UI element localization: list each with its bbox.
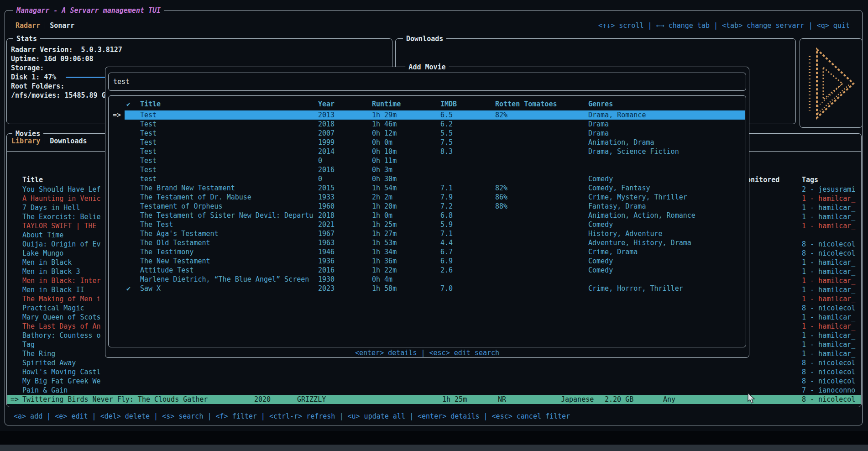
add-movie-result-row[interactable]: The Testament of Sister New Devil: Depar… [109,211,745,220]
movie-runtime: 0h 11m [372,156,440,165]
movie-tag: 8 - nicolecol [802,367,860,377]
movie-search-input[interactable]: test [108,73,746,91]
monitored-check [126,156,140,165]
selection-marker [113,174,126,184]
movie-genres: Crime, Mystery, Thriller [588,193,745,202]
movie-tag: 1 - hamilcar_ [802,258,860,267]
movie-genres: Comedy, Fantasy [588,184,745,193]
tab-radarr[interactable]: Radarr [16,21,40,30]
rotten-tomatoes-rating [495,147,588,156]
add-movie-result-row[interactable]: Test20160h 3m [109,165,745,174]
add-movie-result-row[interactable]: ✔Saw X20231h 58m7.0Crime, Horror, Thrill… [109,284,745,293]
add-movie-result-row[interactable]: The Testament of Dr. Mabuse19332h 2m7.98… [109,193,745,202]
header-imdb: IMDB [440,100,495,109]
movie-year: 2016 [318,266,372,275]
stats-disk-label: Disk 1: 47% [11,73,56,82]
movie-tag: 7 - ianoconno [802,386,860,395]
selection-marker [113,266,126,275]
movie-title: The Test [140,220,318,229]
selection-marker [113,284,126,293]
rotten-tomatoes-rating [495,229,588,238]
header-marker-spacer [113,100,126,109]
library-movie-row[interactable]: Spirited Away8 - nicolecol [7,358,861,367]
movie-title: Mary Queen of Scots [22,313,107,322]
movie-title: The Old Testament [140,238,318,247]
rotten-tomatoes-rating [495,275,588,284]
movie-title: Spirited Away [22,358,107,367]
movie-tag: 1 - hamilcar_ [802,221,860,231]
monitored-check [126,193,140,202]
add-movie-result-row[interactable]: Test20070h 12m5.5Drama [109,129,745,138]
movie-title: A Haunting in Venic [22,194,107,203]
movie-genres [588,275,745,284]
rotten-tomatoes-rating [495,211,588,220]
header-check-icon: ✔ [126,100,140,109]
add-movie-result-row[interactable]: Test19990h 0m7.5Animation, Drama [109,138,745,147]
movie-tag: 1 - hamilcar_ [802,276,860,285]
movie-genres: Animation, Drama [588,138,745,147]
movie-year: 2014 [318,147,372,156]
movie-tag: 8 - nicolecol [802,240,860,249]
add-movie-result-row[interactable]: The New Testament19361h 36m6.9Comedy [109,257,745,266]
selection-marker [113,238,126,247]
movie-runtime: 1h 25m [372,220,440,229]
library-tab-separator-2 [92,138,92,144]
movie-title: The Last Days of An [22,322,107,331]
movie-year: 2013 [318,110,372,120]
add-movie-result-row[interactable]: The Test20211h 25m5.9Comedy [109,220,745,229]
rotten-tomatoes-rating: 86% [495,193,588,202]
movie-title: The New Testament [140,257,318,266]
movie-runtime: 1h 34m [372,247,440,257]
add-movie-result-row[interactable]: Test20140h 10m8.3Drama, Science Fiction [109,147,745,156]
library-tab-separator [45,138,45,144]
selection-marker [113,129,126,138]
library-movie-row[interactable]: Pain & Gain7 - ianoconno [7,386,861,395]
add-movie-result-row[interactable]: The Testimony19461h 34m6.7Crime, Drama [109,247,745,257]
tab-library[interactable]: Library [11,137,40,145]
add-movie-result-row[interactable]: Attitude Test20161h 22m2.6Comedy [109,266,745,275]
library-movie-row[interactable]: My Big Fat Greek We8 - nicolecol [7,377,861,386]
screen-bottom-edge [0,431,868,445]
add-movie-result-row[interactable]: test00h 30mComedy [109,174,745,184]
selection-marker [113,184,126,193]
movie-title: About Time [22,231,107,240]
movie-runtime: 1h 20m [372,202,440,211]
movie-title: Test [140,165,318,174]
add-movie-result-row[interactable]: The Old Testament19631h 53m4.4Adventure,… [109,238,745,247]
movie-year: 0 [318,174,372,184]
add-movie-result-row[interactable]: Marlene Dietrich, “The Blue Angel” Scree… [109,275,745,284]
library-tabs: LibraryDownloads [11,136,97,146]
library-movie-row[interactable]: Howl's Moving Castl8 - nicolecol [7,367,861,377]
movie-tag: 2 - jesusrami [802,185,860,194]
tab-downloads[interactable]: Downloads [50,137,87,145]
add-movie-result-row[interactable]: Test00h 11m [109,156,745,165]
add-movie-result-row[interactable]: Testament of Orpheus19601h 20m7.288%Fant… [109,202,745,211]
selected-movie-tag: 8 - nicolecol [802,395,860,404]
movie-year: 2007 [318,129,372,138]
add-movie-result-row[interactable]: The Brand New Testament20151h 54m7.182%C… [109,184,745,193]
movie-title: test [140,174,318,184]
movie-genres: Drama [588,129,745,138]
imdb-rating [440,275,495,284]
add-movie-result-row[interactable]: The Aga's Testament19671h 27m7.1History,… [109,229,745,238]
library-selected-row[interactable]: => Twittering Birds Never Fly: The Cloud… [7,395,861,404]
add-movie-help: <enter> details | <esc> edit search [105,348,749,357]
downloads-panel-title: Downloads [403,34,446,43]
add-movie-result-row[interactable]: =>Test20131h 29m6.582%Drama, Romance [109,110,745,120]
monitored-check [126,266,140,275]
tab-sonarr[interactable]: Sonarr [50,21,74,30]
selection-marker: => [113,110,126,120]
add-movie-result-row[interactable]: Test20181h 46m6.2Drama [109,120,745,129]
movie-title: The Ring [22,349,107,358]
imdb-rating: 6.9 [440,257,495,266]
monitored-check [126,202,140,211]
selection-marker [113,156,126,165]
selection-marker [113,120,126,129]
imdb-rating: 7.9 [440,193,495,202]
movie-title: You Should Have Lef [22,185,107,194]
rotten-tomatoes-rating [495,266,588,275]
rotten-tomatoes-rating [495,129,588,138]
movie-title: The Testament of Dr. Mabuse [140,193,318,202]
movie-year: 2015 [318,184,372,193]
movie-runtime: 1h 36m [372,257,440,266]
